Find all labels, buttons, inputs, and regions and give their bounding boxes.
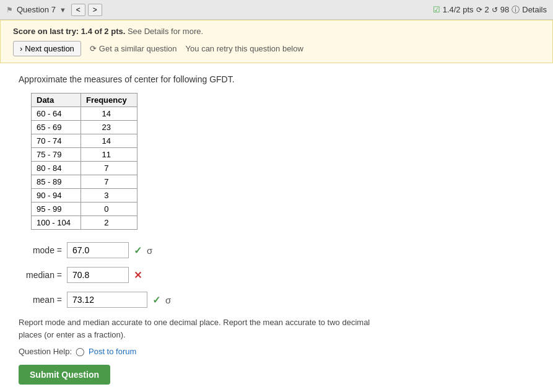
frequency-table: Data Frequency 60 - 641465 - 692370 - 74… — [31, 93, 137, 230]
table-row: 95 - 990 — [32, 203, 137, 216]
table-row: 70 - 7414 — [32, 134, 137, 148]
table-cell-data: 85 - 89 — [32, 175, 81, 189]
next-question-label: Next question — [25, 44, 74, 53]
next-arrow-icon: › — [20, 44, 22, 53]
mean-row: mean = ✓ σ — [19, 292, 534, 308]
post-to-forum-link[interactable]: Post to forum — [89, 347, 136, 356]
score-text: Score on last try: 1.4 of 2 pts. See Det… — [13, 27, 540, 36]
mode-label: mode = — [19, 245, 62, 255]
similar-question-label: Get a similar question — [99, 44, 177, 53]
mean-sigma-icon[interactable]: σ — [165, 295, 171, 305]
score-strong: Score on last try: 1.4 of 2 pts. — [13, 27, 125, 36]
mean-check-icon: ✓ — [152, 294, 160, 306]
action-row: › Next question ⟳ Get a similar question… — [13, 41, 540, 56]
median-label: median = — [19, 270, 62, 280]
table-row: 85 - 897 — [32, 175, 137, 189]
top-right-info: ☑ 1.4/2 pts ⟳ 2 ↺ 98 ⓘ Details — [433, 4, 547, 15]
mean-input[interactable] — [67, 292, 147, 308]
question-help: Question Help: ◯ Post to forum — [19, 347, 534, 356]
table-cell-frequency: 14 — [81, 134, 137, 148]
table-row: 100 - 1042 — [32, 216, 137, 230]
table-cell-frequency: 7 — [81, 162, 137, 175]
table-header-data: Data — [32, 94, 81, 107]
instructions-text: Report mode and median accurate to one d… — [19, 316, 378, 341]
nav-buttons: < > — [71, 4, 102, 16]
main-content: Score on last try: 1.4 of 2 pts. See Det… — [0, 20, 553, 392]
table-row: 90 - 943 — [32, 189, 137, 203]
mode-input[interactable] — [67, 242, 129, 258]
question-label: Question 7 — [17, 5, 56, 14]
table-cell-frequency: 2 — [81, 216, 137, 230]
table-row: 60 - 6414 — [32, 107, 137, 121]
retry-text: You can retry this question below — [186, 44, 303, 53]
table-row: 80 - 847 — [32, 162, 137, 175]
table-cell-data: 80 - 84 — [32, 162, 81, 175]
table-cell-frequency: 14 — [81, 107, 137, 121]
table-cell-data: 95 - 99 — [32, 203, 81, 216]
similar-question-button[interactable]: ⟳ Get a similar question — [90, 44, 177, 53]
table-cell-frequency: 11 — [81, 148, 137, 162]
table-cell-frequency: 7 — [81, 175, 137, 189]
prev-button[interactable]: < — [71, 4, 85, 16]
score-banner: Score on last try: 1.4 of 2 pts. See Det… — [0, 20, 553, 63]
question-prompt: Approximate the measures of center for f… — [19, 74, 534, 84]
table-row: 65 - 6923 — [32, 121, 137, 134]
mode-check-icon: ✓ — [134, 245, 142, 256]
info-icon[interactable]: ⓘ — [512, 4, 520, 15]
score-value: 1.4/2 pts — [443, 5, 474, 14]
attempts-icon: ⟳ — [476, 6, 482, 14]
help-label: Question Help: — [19, 347, 72, 356]
table-cell-data: 70 - 74 — [32, 134, 81, 148]
table-cell-frequency: 3 — [81, 189, 137, 203]
table-cell-data: 100 - 104 — [32, 216, 81, 230]
flag-icon: ⚑ — [6, 6, 13, 14]
median-cross-icon: ✕ — [134, 269, 142, 281]
refresh-icon: ⟳ — [90, 44, 97, 53]
submissions-value: 98 — [500, 5, 509, 14]
submit-question-button[interactable]: Submit Question — [19, 365, 110, 385]
table-cell-data: 75 - 79 — [32, 148, 81, 162]
details-label[interactable]: Details — [522, 5, 547, 14]
mode-sigma-icon[interactable]: σ — [147, 245, 152, 256]
score-badge: ☑ 1.4/2 pts ⟳ 2 ↺ 98 ⓘ Details — [433, 4, 547, 15]
question-body: Approximate the measures of center for f… — [0, 63, 553, 392]
next-button[interactable]: > — [88, 4, 102, 16]
median-input[interactable] — [67, 267, 129, 283]
table-cell-data: 60 - 64 — [32, 107, 81, 121]
checkmark-icon: ☑ — [433, 5, 440, 14]
table-cell-data: 90 - 94 — [32, 189, 81, 203]
table-row: 75 - 7911 — [32, 148, 137, 162]
score-suffix: See Details for more. — [128, 27, 203, 36]
mean-label: mean = — [19, 295, 62, 305]
table-cell-frequency: 23 — [81, 121, 137, 134]
top-bar: ⚑ Question 7 ▼ < > ☑ 1.4/2 pts ⟳ 2 ↺ 98 … — [0, 0, 553, 20]
question-title: ⚑ Question 7 ▼ — [6, 5, 66, 14]
dropdown-icon[interactable]: ▼ — [59, 6, 66, 14]
mode-row: mode = ✓ σ — [19, 242, 534, 258]
table-header-frequency: Frequency — [81, 94, 137, 107]
table-cell-frequency: 0 — [81, 203, 137, 216]
post-icon: ◯ — [76, 347, 85, 356]
table-cell-data: 65 - 69 — [32, 121, 81, 134]
attempts-value: 2 — [485, 5, 489, 14]
submissions-icon: ↺ — [492, 6, 498, 14]
next-question-button[interactable]: › Next question — [13, 41, 81, 56]
median-row: median = ✕ — [19, 267, 534, 283]
